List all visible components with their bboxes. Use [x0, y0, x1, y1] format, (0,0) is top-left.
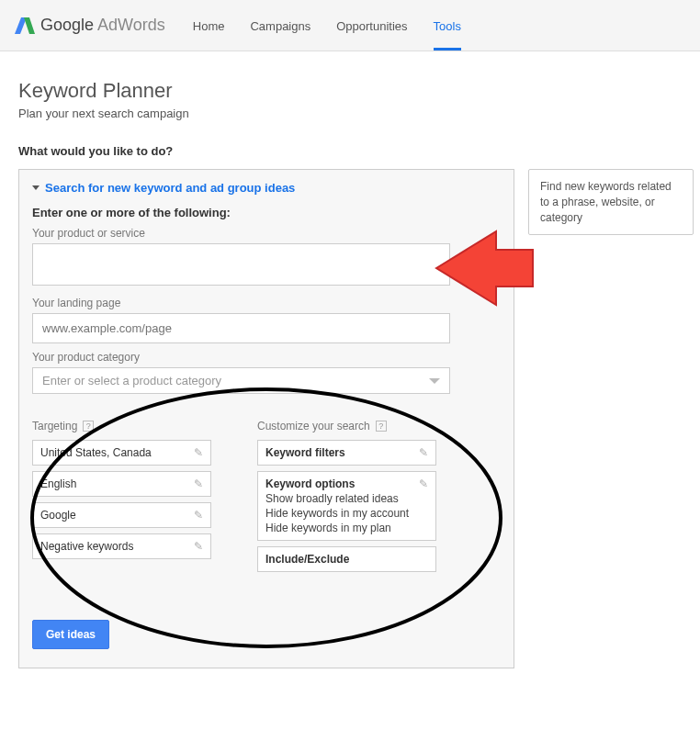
keyword-option-line: Show broadly related ideas: [265, 492, 419, 505]
adwords-logo: Google AdWords: [15, 16, 165, 36]
targeting-locations-label: United States, Canada: [40, 446, 194, 459]
targeting-network[interactable]: Google ✎: [32, 502, 211, 528]
page-title: Keyword Planner: [18, 79, 682, 103]
targeting-network-label: Google: [40, 509, 194, 522]
prompt-label: What would you like to do?: [18, 144, 682, 158]
nav-home[interactable]: Home: [193, 3, 225, 48]
callout-tooltip: Find new keywords related to a phrase, w…: [528, 169, 694, 235]
caret-down-icon: [32, 185, 40, 190]
pencil-icon: ✎: [419, 446, 428, 459]
brand-text: Google AdWords: [40, 16, 165, 35]
targeting-negative-label: Negative keywords: [40, 540, 194, 553]
nav-tools[interactable]: Tools: [434, 3, 461, 48]
pencil-icon: ✎: [194, 509, 203, 522]
keyword-options-title: Keyword options: [265, 477, 419, 490]
category-select[interactable]: Enter or select a product category: [32, 367, 450, 394]
customize-title: Customize your search: [257, 420, 370, 432]
pencil-icon: ✎: [194, 477, 203, 490]
landing-input[interactable]: [32, 313, 450, 343]
targeting-locations[interactable]: United States, Canada ✎: [32, 440, 211, 466]
keyword-filters-label: Keyword filters: [265, 446, 419, 459]
nav-opportunities[interactable]: Opportunities: [336, 3, 407, 48]
customize-column: Customize your search ? Keyword filters …: [257, 420, 436, 578]
adwords-logo-icon: [15, 16, 35, 36]
keyword-option-line: Hide keywords in my account: [265, 507, 419, 520]
help-icon[interactable]: ?: [83, 421, 94, 432]
keyword-filters[interactable]: Keyword filters ✎: [257, 440, 436, 466]
include-exclude[interactable]: Include/Exclude: [257, 546, 436, 572]
targeting-column: Targeting ? United States, Canada ✎ Engl…: [32, 420, 211, 578]
product-label: Your product or service: [32, 227, 501, 240]
help-icon[interactable]: ?: [376, 421, 387, 432]
search-panel: Search for new keyword and ad group idea…: [18, 169, 514, 668]
brand-main: Google: [40, 16, 94, 34]
svg-marker-1: [24, 17, 35, 34]
category-placeholder: Enter or select a product category: [42, 374, 221, 387]
accordion-title: Search for new keyword and ad group idea…: [45, 181, 295, 195]
landing-label: Your landing page: [32, 297, 501, 309]
enter-label: Enter one or more of the following:: [32, 206, 501, 219]
include-exclude-label: Include/Exclude: [265, 553, 428, 566]
category-label: Your product category: [32, 351, 501, 364]
pencil-icon: ✎: [419, 477, 428, 490]
targeting-negative-keywords[interactable]: Negative keywords ✎: [32, 533, 211, 559]
product-input[interactable]: [32, 243, 450, 286]
keyword-option-line: Hide keywords in my plan: [265, 522, 419, 534]
top-navbar: Google AdWords Home Campaigns Opportunit…: [0, 0, 700, 51]
pencil-icon: ✎: [194, 446, 203, 459]
brand-sub: AdWords: [97, 16, 165, 34]
keyword-options[interactable]: Keyword options Show broadly related ide…: [257, 471, 436, 541]
pencil-icon: ✎: [194, 540, 203, 553]
targeting-language[interactable]: English ✎: [32, 471, 211, 497]
main-nav: Home Campaigns Opportunities Tools: [193, 3, 461, 48]
nav-campaigns[interactable]: Campaigns: [250, 3, 310, 48]
chevron-down-icon: [429, 378, 440, 384]
targeting-language-label: English: [40, 477, 194, 490]
accordion-toggle[interactable]: Search for new keyword and ad group idea…: [32, 181, 501, 195]
page-subtitle: Plan your next search campaign: [18, 107, 682, 120]
targeting-title: Targeting: [32, 420, 77, 432]
get-ideas-button[interactable]: Get ideas: [32, 620, 109, 649]
